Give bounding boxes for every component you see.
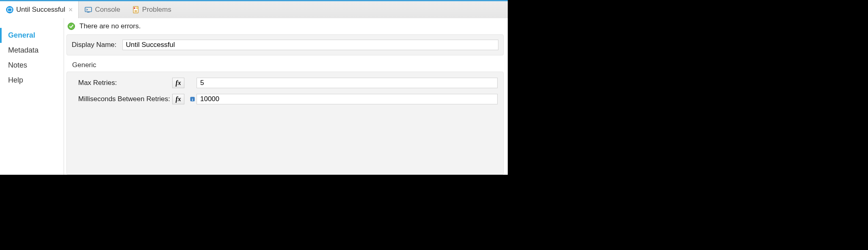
properties-window: Until Successful × Console [0, 0, 508, 175]
sidebar-item-help[interactable]: Help [0, 73, 64, 88]
max-retries-input[interactable] [197, 78, 498, 88]
tab-label: Console [95, 6, 120, 14]
sidebar-item-label: Help [8, 76, 23, 84]
tab-problems[interactable]: Problems [126, 1, 177, 18]
svg-rect-2 [85, 7, 92, 12]
status-text: There are no errors. [79, 22, 141, 30]
section-body: Max Retries: fx Milliseconds Between Ret… [66, 72, 504, 175]
sidebar-item-label: Notes [8, 61, 27, 69]
console-icon [84, 6, 92, 14]
svg-point-0 [6, 6, 13, 13]
display-name-input[interactable] [122, 40, 498, 50]
problems-icon [132, 6, 140, 14]
row-ms-between: Milliseconds Between Retries: fx i [73, 94, 498, 104]
close-icon[interactable]: × [68, 6, 73, 14]
status-bar: There are no errors. [64, 18, 508, 34]
tab-console[interactable]: Console [79, 1, 126, 18]
ms-between-input[interactable] [197, 94, 498, 104]
info-icon: i [190, 97, 195, 102]
check-circle-icon [67, 22, 75, 30]
sidebar-item-label: Metadata [8, 46, 38, 54]
section-title: Generic [66, 59, 504, 72]
fx-button[interactable]: fx [172, 78, 184, 88]
display-name-panel: Display Name: [66, 34, 504, 55]
fx-button[interactable]: fx [172, 94, 184, 104]
svg-point-5 [134, 7, 135, 9]
display-name-label: Display Name: [72, 41, 117, 49]
sidebar-item-label: General [8, 31, 35, 39]
tab-label: Problems [142, 6, 171, 14]
svg-point-8 [68, 23, 75, 30]
main-content: There are no errors. Display Name: Gener… [64, 18, 508, 175]
svg-point-6 [136, 7, 138, 9]
sidebar-item-notes[interactable]: Notes [0, 58, 64, 73]
tab-until-successful[interactable]: Until Successful × [0, 1, 79, 18]
generic-section: Generic Max Retries: fx Milliseconds Bet… [66, 59, 504, 175]
sidebar-item-general[interactable]: General [0, 28, 64, 43]
tab-label: Until Successful [16, 6, 65, 14]
sidebar-item-metadata[interactable]: Metadata [0, 43, 64, 58]
ms-between-label: Milliseconds Between Retries: [73, 95, 172, 103]
sidebar: General Metadata Notes Help [0, 18, 64, 175]
svg-rect-7 [135, 10, 137, 12]
row-max-retries: Max Retries: fx [73, 78, 498, 88]
tab-bar: Until Successful × Console [0, 0, 508, 18]
max-retries-label: Max Retries: [73, 79, 172, 87]
component-icon [6, 6, 14, 14]
svg-rect-3 [87, 12, 90, 13]
